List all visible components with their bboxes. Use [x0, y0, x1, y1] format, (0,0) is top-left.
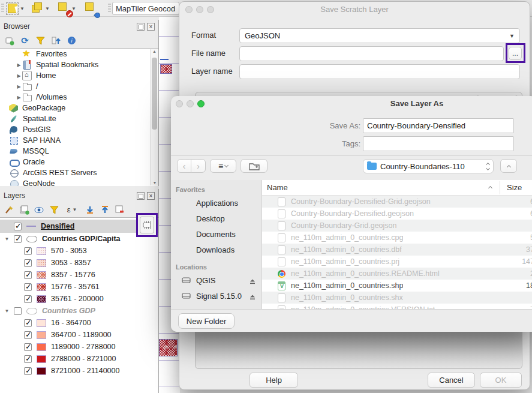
- chevron-down-icon[interactable]: ▼: [45, 6, 50, 11]
- browser-tree-item[interactable]: ▶ Spatial Bookmarks: [0, 59, 158, 70]
- expand-arrow-icon[interactable]: ▶: [16, 73, 22, 79]
- browser-tree-item[interactable]: ▶ SpatiaLite: [0, 113, 158, 124]
- layer-visibility-checkbox[interactable]: [14, 223, 22, 230]
- view-options-button[interactable]: ≡: [210, 159, 236, 173]
- file-row[interactable]: ne_110m_admin_0_countries.dbf 37: [262, 244, 532, 256]
- browser-tree-item[interactable]: ▶ /Volumes: [0, 92, 158, 103]
- forward-button[interactable]: ›: [191, 159, 206, 173]
- class-visibility-checkbox[interactable]: [24, 355, 32, 363]
- deselect-features-tool-button[interactable]: ▼: [58, 2, 76, 15]
- file-row[interactable]: ne_110m_admin_0_countries.VERSION.txt 7: [262, 304, 532, 309]
- column-divider[interactable]: [500, 181, 500, 194]
- eject-icon[interactable]: [250, 293, 256, 302]
- help-button[interactable]: Help: [250, 373, 298, 388]
- add-group-icon[interactable]: [19, 205, 29, 215]
- remove-layer-icon[interactable]: [115, 205, 125, 215]
- dialog-titlebar[interactable]: Save Scratch Layer: [179, 2, 530, 17]
- tags-input[interactable]: [363, 136, 514, 151]
- sidebar-location-item[interactable]: QGIS: [171, 272, 262, 288]
- browser-tree-item[interactable]: ▶ Home: [0, 70, 158, 81]
- browser-tree-item[interactable]: ▶ PostGIS: [0, 124, 158, 135]
- legend-class-row[interactable]: 364700 - 1189000: [0, 329, 158, 341]
- undock-panel-button[interactable]: [137, 23, 145, 31]
- sidebar-item[interactable]: Applications: [171, 195, 262, 211]
- expand-arrow-icon[interactable]: ▶: [16, 84, 22, 89]
- layer-name-input[interactable]: [239, 64, 520, 79]
- format-select[interactable]: GeoJSON ▼: [239, 28, 520, 43]
- file-row[interactable]: ne_110m_admin_0_countries.shx: [262, 292, 532, 304]
- browser-tree-item[interactable]: ▶ SAP HANA: [0, 135, 158, 146]
- expand-arrow-icon[interactable]: ▶: [16, 95, 22, 100]
- toolbar-grip[interactable]: [1, 4, 4, 13]
- filter-legend-icon[interactable]: [49, 205, 59, 215]
- sidebar-item[interactable]: Downloads: [171, 242, 262, 257]
- file-row[interactable]: ne_110m_admin_0_countries.prj 147: [262, 256, 532, 268]
- legend-class-row[interactable]: 1189000 - 2788000: [0, 341, 158, 353]
- sidebar-item[interactable]: Desktop: [171, 211, 262, 226]
- file-row[interactable]: ne_110m_admin_0_countries.README.html 2: [262, 268, 532, 280]
- layer-item-gdp[interactable]: ▼ Countries GDP: [0, 305, 158, 317]
- undock-panel-button[interactable]: [137, 192, 145, 200]
- chevron-down-icon[interactable]: ▼: [20, 6, 25, 11]
- class-visibility-checkbox[interactable]: [24, 295, 32, 303]
- browser-tree-item[interactable]: ▶ GeoNode: [0, 178, 158, 186]
- select-by-location-tool-button[interactable]: [85, 2, 97, 15]
- size-column-header[interactable]: Size: [507, 183, 522, 192]
- file-name-input[interactable]: [239, 46, 504, 61]
- class-visibility-checkbox[interactable]: [24, 283, 32, 291]
- manage-visibility-icon[interactable]: [34, 205, 44, 215]
- close-panel-button[interactable]: ×: [147, 23, 155, 31]
- legend-class-row[interactable]: 8721000 - 21140000: [0, 365, 158, 377]
- eject-icon[interactable]: [250, 277, 256, 286]
- legend-class-row[interactable]: 35761 - 200000: [0, 293, 158, 305]
- chevron-down-icon[interactable]: ▼: [71, 6, 76, 11]
- style-manager-icon[interactable]: [4, 205, 14, 215]
- filter-browser-icon[interactable]: [35, 35, 46, 46]
- browser-scrollbar[interactable]: ▲ ▼: [150, 49, 158, 185]
- class-visibility-checkbox[interactable]: [24, 367, 32, 375]
- collapse-arrow-icon[interactable]: ▼: [4, 308, 10, 314]
- browser-tree-item[interactable]: ▶ GeoPackage: [0, 103, 158, 113]
- name-column-header[interactable]: Name: [267, 183, 288, 192]
- ok-button[interactable]: OK: [480, 373, 522, 388]
- browser-tree-item[interactable]: ▶ ArcGIS REST Servers: [0, 167, 158, 178]
- legend-class-row[interactable]: 15776 - 35761: [0, 281, 158, 293]
- legend-class-row[interactable]: 2788000 - 8721000: [0, 353, 158, 365]
- folder-select[interactable]: Country-Boundaries-110: [363, 159, 494, 173]
- select-by-polygon-tool-button[interactable]: ▼: [6, 2, 25, 15]
- sheet-titlebar[interactable]: Save Layer As: [171, 96, 532, 112]
- class-visibility-checkbox[interactable]: [24, 331, 32, 339]
- layer-item-gdp-capita[interactable]: ▼ Countries GDP/Capita: [0, 233, 158, 245]
- show-selected-layers-tool-button[interactable]: ▼: [32, 2, 50, 15]
- file-row[interactable]: ne_110m_admin_0_countries.shp 18: [262, 280, 532, 292]
- properties-info-icon[interactable]: i: [67, 35, 77, 46]
- sidebar-location-item[interactable]: Signal 5.15.0: [171, 288, 262, 304]
- collapse-sheet-button[interactable]: [500, 159, 517, 173]
- legend-class-row[interactable]: 16 - 364700: [0, 317, 158, 329]
- browser-tree-item[interactable]: ▶ Oracle: [0, 157, 158, 167]
- legend-class-row[interactable]: 8357 - 15776: [0, 269, 158, 281]
- zoom-window-button[interactable]: [197, 100, 205, 107]
- new-folder-toolbar-button[interactable]: [241, 159, 267, 173]
- browser-tree-item[interactable]: ▶ Favorites: [0, 49, 158, 59]
- new-folder-button[interactable]: New Folder: [178, 313, 235, 329]
- browser-tree-item[interactable]: ▶ MSSQL: [0, 146, 158, 157]
- minimize-window-button[interactable]: [187, 100, 194, 107]
- collapse-all-icon[interactable]: [100, 205, 110, 215]
- scrollbar-thumb[interactable]: [152, 58, 157, 130]
- add-favorite-icon[interactable]: [4, 35, 14, 46]
- expand-arrow-icon[interactable]: ▶: [16, 62, 22, 68]
- browser-tree-item[interactable]: ▶ /: [0, 81, 158, 92]
- layer-visibility-checkbox[interactable]: [14, 235, 22, 243]
- file-row[interactable]: Country-Boundary-Grid.geojson: [262, 220, 532, 232]
- collapse-arrow-icon[interactable]: ▼: [4, 236, 10, 242]
- layer-visibility-checkbox[interactable]: [14, 307, 22, 315]
- class-visibility-checkbox[interactable]: [24, 271, 32, 279]
- refresh-icon[interactable]: ⟳: [20, 35, 30, 46]
- cancel-button[interactable]: Cancel: [428, 373, 475, 388]
- file-row[interactable]: Country-Boundary-Densified.geojson 6: [262, 208, 532, 220]
- file-row[interactable]: ne_110m_admin_0_countries.cpg 5: [262, 232, 532, 244]
- legend-class-row[interactable]: 570 - 3053: [0, 245, 158, 257]
- browse-file-button[interactable]: ...: [509, 47, 522, 60]
- layer-item-densified[interactable]: ▶ Densified: [0, 220, 158, 233]
